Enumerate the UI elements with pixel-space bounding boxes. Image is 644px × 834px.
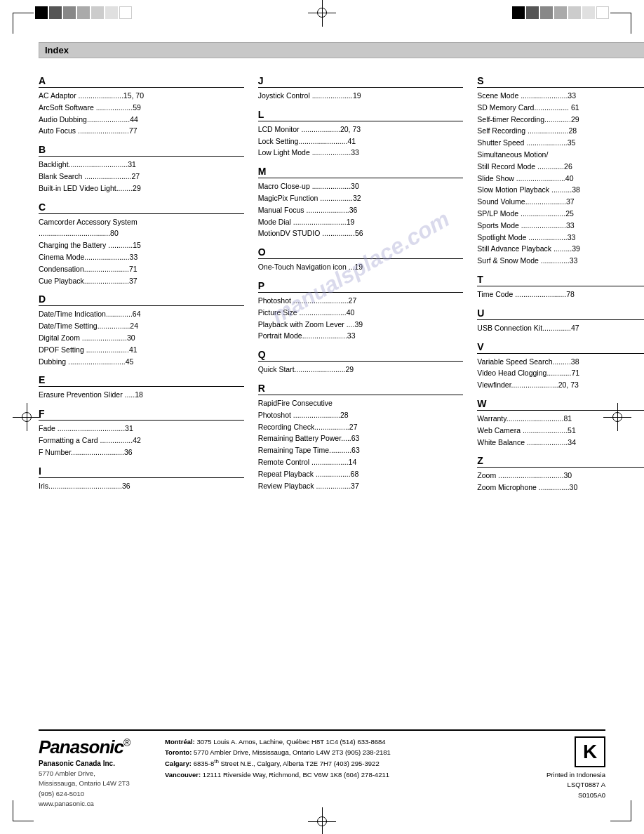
index-item: Self Recording ....................28	[477, 125, 644, 137]
section-header-R: R	[258, 383, 464, 395]
index-item: Web Camera ......................51	[477, 425, 644, 437]
top-registration-bar	[0, 0, 644, 25]
index-item: Photoshot .......................28	[258, 409, 464, 421]
index-item: Sports Mode ......................33	[477, 220, 644, 232]
index-item: Fade .................................31	[39, 423, 244, 435]
index-column-col3: SScene Mode .......................33SD …	[477, 68, 644, 494]
index-item: Remaining Battery Power.....63	[258, 432, 464, 444]
index-item: Playback with Zoom Lever ....39	[258, 319, 464, 331]
index-column-col2: JJoystick Control ....................19…	[258, 68, 464, 494]
index-item: Zoom ................................30	[477, 470, 644, 482]
reg-block	[568, 6, 581, 19]
index-item: Auto Focus .........................77	[39, 125, 244, 137]
index-item: Condensation......................71	[39, 263, 244, 275]
index-item: USB Connection Kit..............47	[477, 322, 644, 334]
section-header-V: V	[477, 341, 644, 354]
index-item: Manual Focus .....................36	[258, 204, 464, 216]
brand-logo: Panasonic®	[39, 736, 151, 758]
footer: Panasonic® Panasonic Canada Inc. 5770 Am…	[39, 729, 605, 809]
reg-block	[35, 6, 48, 19]
index-columns: AAC Adaptor ......................15, 70…	[39, 68, 644, 494]
k-certification-box: K	[575, 736, 605, 767]
crosshair-bottom	[308, 807, 336, 834]
index-item: Still Record Mode .............26	[477, 161, 644, 173]
reg-block	[582, 6, 595, 19]
index-item: Dubbing ............................45	[39, 356, 244, 368]
product-code1: LSQT0887 A	[546, 780, 605, 790]
index-item: Slow Motion Playback ..........38	[477, 184, 644, 196]
section-header-O: O	[258, 246, 464, 259]
index-item: Joystick Control ....................19	[258, 90, 464, 102]
index-item: Macro Close-up ...................30	[258, 180, 464, 192]
address-line3: (905) 624-5010	[39, 789, 151, 799]
crosshair-left	[13, 403, 41, 431]
footer-cities: Montréal: 3075 Louis A. Amos, Lachine, Q…	[165, 736, 532, 780]
section-header-L: L	[258, 109, 464, 121]
index-item: Simultaneous Motion/	[477, 149, 644, 161]
index-item: Quick Start.........................29	[258, 364, 464, 376]
reg-block	[77, 6, 90, 19]
toronto-address: Toronto: 5770 Ambler Drive, Mississauga,…	[165, 747, 532, 757]
index-item: Lock Setting........................41	[258, 135, 464, 147]
company-name: Panasonic Canada Inc.	[39, 760, 151, 767]
index-item: Repeat Playback .................68	[258, 468, 464, 480]
index-item: Photoshot ...........................27	[258, 295, 464, 307]
index-item: Warranty............................81	[477, 413, 644, 425]
main-content: Index AAC Adaptor ......................…	[39, 42, 644, 494]
index-item: Self-timer Recording.............29	[477, 114, 644, 126]
reg-block	[119, 6, 132, 19]
index-item: Variable Speed Search.........38	[477, 356, 644, 368]
section-header-S: S	[477, 75, 644, 88]
section-header-M: M	[258, 166, 464, 178]
index-item: Video Head Clogging............71	[477, 367, 644, 379]
index-item: Remaining Tape Time...........63	[258, 444, 464, 456]
calgary-address: Calgary: 6835-8th Street N.E., Calgary, …	[165, 757, 532, 769]
product-code2: S0105A0	[546, 790, 605, 800]
section-header-W: W	[477, 398, 644, 411]
section-header-F: F	[39, 408, 244, 421]
printed-in: Printed in Indonesia	[546, 770, 605, 780]
section-header-E: E	[39, 374, 244, 387]
index-item: Date/Time Indication.............64	[39, 308, 244, 320]
index-item: MagicPix Function ................32	[258, 192, 464, 204]
address-line2: Mississauga, Ontario L4W 2T3	[39, 779, 151, 788]
vancouver-address: Vancouver: 12111 Riverside Way, Richmond…	[165, 769, 532, 780]
index-item: Time Code .........................78	[477, 289, 644, 300]
footer-logo-section: Panasonic® Panasonic Canada Inc. 5770 Am…	[39, 736, 151, 809]
section-header-D: D	[39, 293, 244, 306]
section-header-C: C	[39, 201, 244, 214]
index-item: Camcorder Accessory System	[39, 216, 244, 228]
reg-block	[554, 6, 567, 19]
index-item: Cinema Mode......................33	[39, 251, 244, 263]
index-item: Recording Check.................27	[258, 421, 464, 433]
index-item: Charging the Battery ............15	[39, 239, 244, 251]
section-header-P: P	[258, 280, 464, 293]
section-header-U: U	[477, 307, 644, 320]
index-item: Formatting a Card ................42	[39, 435, 244, 446]
index-item: Remote Control ..................14	[258, 456, 464, 468]
index-column-col1: AAC Adaptor ......................15, 70…	[39, 68, 244, 494]
index-item: Review Playback .................37	[258, 480, 464, 492]
website: www.panasonic.ca	[39, 799, 151, 809]
reg-block	[526, 6, 539, 19]
reg-strip-left	[35, 6, 132, 19]
index-item: Slide Show ........................40	[477, 173, 644, 185]
reg-block	[49, 6, 62, 19]
index-item: MotionDV STUDIO ................56	[258, 227, 464, 239]
index-item: RapidFire Consecutive	[258, 397, 464, 409]
section-header-I: I	[39, 465, 244, 478]
index-item: Mode Dial ..........................19	[258, 216, 464, 228]
reg-circle-bottom	[317, 816, 327, 826]
index-item: Viewfinder.......................20, 73	[477, 379, 644, 391]
index-item: F Number..........................36	[39, 446, 244, 458]
reg-block	[105, 6, 118, 19]
reg-block	[540, 6, 553, 19]
reg-block	[512, 6, 525, 19]
address-line1: 5770 Ambler Drive,	[39, 769, 151, 779]
section-header-B: B	[39, 144, 244, 157]
footer-address: 5770 Ambler Drive, Mississauga, Ontario …	[39, 769, 151, 809]
section-header-Z: Z	[477, 455, 644, 468]
reg-block	[63, 6, 76, 19]
reg-block	[596, 6, 609, 19]
section-header-A: A	[39, 75, 244, 88]
